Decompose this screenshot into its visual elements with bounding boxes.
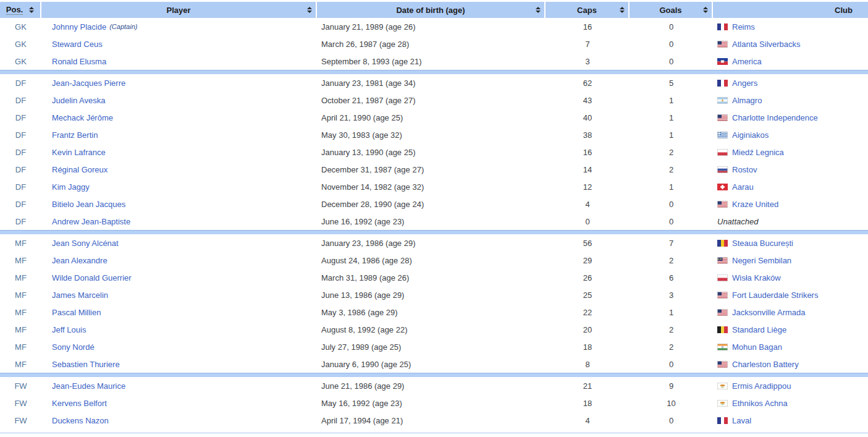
player-link[interactable]: Andrew Jean-Baptiste xyxy=(52,217,130,226)
caps-cell: 56 xyxy=(546,234,630,252)
pos-cell: FW xyxy=(0,412,41,429)
dob-cell: November 14, 1982 (age 32) xyxy=(317,178,546,195)
flag-icon-usa xyxy=(717,201,728,208)
club-cell: Standard Liège xyxy=(713,321,868,338)
club-link[interactable]: Ermis Aradippou xyxy=(732,381,791,391)
caps-cell: 16 xyxy=(546,18,630,35)
club-link[interactable]: Reims xyxy=(732,22,755,32)
club-link[interactable]: Negeri Sembilan xyxy=(732,256,791,265)
club-cell: Charlotte Independence xyxy=(713,109,868,126)
goals-cell: 1 xyxy=(630,109,713,126)
club-link[interactable]: Aarau xyxy=(732,182,754,192)
section-divider xyxy=(0,373,868,377)
player-link[interactable]: Johnny Placide xyxy=(52,22,106,32)
table-row: FWKervens BelfortMay 16, 1992 (age 23)18… xyxy=(0,394,868,412)
player-link[interactable]: Kervens Belfort xyxy=(52,399,107,408)
player-link[interactable]: Sony Nordé xyxy=(52,342,95,352)
column-header-caps-label: Caps xyxy=(577,6,597,15)
player-link[interactable]: Duckens Nazon xyxy=(52,416,109,425)
column-header-goals[interactable]: Goals xyxy=(630,2,713,18)
player-cell: Johnny Placide (Captain) xyxy=(41,18,317,35)
player-link[interactable]: Jean Alexandre xyxy=(52,256,107,265)
player-link[interactable]: Wilde Donald Guerrier xyxy=(52,273,132,282)
column-header-pos[interactable]: Pos. xyxy=(0,2,41,18)
club-link[interactable]: Atlanta Silverbacks xyxy=(732,40,801,49)
club-link[interactable]: Mohun Bagan xyxy=(732,342,782,352)
pos-cell: DF xyxy=(0,109,41,126)
caps-cell: 4 xyxy=(546,412,630,429)
dob-cell: December 28, 1990 (age 24) xyxy=(317,195,546,213)
goals-cell: 2 xyxy=(630,143,713,161)
player-link[interactable]: Jean-Eudes Maurice xyxy=(52,381,125,391)
goals-cell: 0 xyxy=(630,18,713,35)
player-link[interactable]: Bitielo Jean Jacques xyxy=(52,200,125,209)
goals-cell: 7 xyxy=(630,234,713,252)
goals-cell: 3 xyxy=(630,286,713,303)
table-row: DFAndrew Jean-BaptisteJune 16, 1992 (age… xyxy=(0,213,868,230)
club-link[interactable]: Rostov xyxy=(732,165,757,174)
table-bottom-border xyxy=(0,433,868,433)
player-cell: Kim Jaggy xyxy=(41,178,317,195)
player-link[interactable]: Ronald Elusma xyxy=(52,57,106,66)
club-cell: Kraze United xyxy=(713,195,868,213)
player-link[interactable]: James Marcelin xyxy=(52,291,108,300)
player-cell: Andrew Jean-Baptiste xyxy=(41,213,317,230)
club-link[interactable]: Ethnikos Achna xyxy=(732,399,788,408)
club-cell: Jacksonville Armada xyxy=(713,303,868,321)
club-cell: Mohun Bagan xyxy=(713,338,868,355)
player-cell: Wilde Donald Guerrier xyxy=(41,269,317,286)
dob-cell: May 3, 1986 (age 29) xyxy=(317,303,546,321)
club-link[interactable]: Wisła Kraków xyxy=(732,273,781,282)
flag-icon-france xyxy=(717,417,728,424)
column-header-dob-label: Date of birth (age) xyxy=(396,6,465,15)
flag-icon-romania xyxy=(717,240,728,247)
player-link[interactable]: Judelin Aveska xyxy=(52,96,106,105)
club-cell: Ermis Aradippou xyxy=(713,377,868,394)
column-header-dob[interactable]: Date of birth (age) xyxy=(317,2,546,18)
player-link[interactable]: Sebastien Thuriere xyxy=(52,360,120,369)
club-link[interactable]: Angers xyxy=(732,78,757,88)
dob-cell: June 21, 1986 (age 29) xyxy=(317,377,546,394)
club-link[interactable]: Charlotte Independence xyxy=(732,113,818,122)
flag-icon-usa xyxy=(717,114,728,121)
club-cell: Angers xyxy=(713,74,868,91)
flag-icon-haiti xyxy=(717,58,728,65)
table-row: DFKim JaggyNovember 14, 1982 (age 32)121… xyxy=(0,178,868,195)
table-row: GKSteward CeusMarch 26, 1987 (age 28)70A… xyxy=(0,35,868,53)
player-link[interactable]: Réginal Goreux xyxy=(52,165,107,174)
player-link[interactable]: Steward Ceus xyxy=(52,40,103,49)
club-link[interactable]: Steaua București xyxy=(732,239,793,248)
club-link[interactable]: Kraze United xyxy=(732,200,778,209)
club-link[interactable]: Standard Liège xyxy=(732,325,786,334)
flag-icon-india xyxy=(717,344,728,350)
flag-icon-russia xyxy=(717,166,728,173)
caps-cell: 25 xyxy=(546,286,630,303)
club-link[interactable]: Aiginiakos xyxy=(732,130,769,140)
club-link[interactable]: Laval xyxy=(732,416,751,425)
club-cell: Steaua București xyxy=(713,234,868,252)
table-row: MFPascal MillienMay 3, 1986 (age 29)221J… xyxy=(0,303,868,321)
player-link[interactable]: Jeff Louis xyxy=(52,325,86,334)
player-link[interactable]: Mechack Jérôme xyxy=(52,113,113,122)
club-link[interactable]: Fort Lauderdale Strikers xyxy=(732,291,818,300)
player-link[interactable]: Jean Sony Alcénat xyxy=(52,239,119,248)
player-link[interactable]: Frantz Bertin xyxy=(52,130,98,140)
goals-cell: 1 xyxy=(630,91,713,109)
table-row: DFMechack JérômeApril 21, 1990 (age 25)4… xyxy=(0,109,868,126)
column-header-caps[interactable]: Caps xyxy=(546,2,630,18)
club-link[interactable]: Miedź Legnica xyxy=(732,148,784,157)
goals-cell: 2 xyxy=(630,338,713,355)
column-header-player[interactable]: Player xyxy=(41,2,317,18)
player-link[interactable]: Kevin Lafrance xyxy=(52,148,106,157)
player-link[interactable]: Pascal Millien xyxy=(52,308,101,317)
table-row: MFSebastien ThuriereJanuary 6, 1990 (age… xyxy=(0,355,868,373)
club-link[interactable]: America xyxy=(732,57,762,66)
club-link[interactable]: Almagro xyxy=(732,96,762,105)
club-link[interactable]: Charleston Battery xyxy=(732,360,799,369)
club-cell: Aarau xyxy=(713,178,868,195)
player-link[interactable]: Jean-Jacques Pierre xyxy=(52,78,125,88)
club-link[interactable]: Jacksonville Armada xyxy=(732,308,806,317)
flag-icon-usa xyxy=(717,41,728,48)
player-link[interactable]: Kim Jaggy xyxy=(52,182,90,192)
flag-icon-usa xyxy=(717,292,728,299)
